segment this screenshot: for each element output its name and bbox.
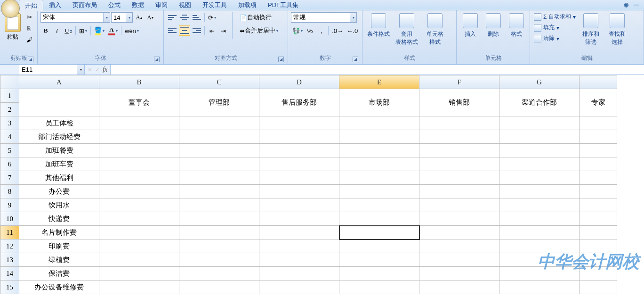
wrap-text-button[interactable]: 📄 自动换行 xyxy=(236,12,275,23)
cell-extra-10[interactable] xyxy=(580,212,617,226)
cell-G12[interactable] xyxy=(499,239,580,253)
decrease-indent-icon[interactable]: ⇤ xyxy=(207,25,217,36)
name-box[interactable]: E11▾ xyxy=(19,65,85,74)
cell-E8[interactable] xyxy=(339,185,419,198)
cell-E12[interactable] xyxy=(339,239,419,253)
cell-E1[interactable]: 市场部 xyxy=(339,89,419,116)
increase-indent-icon[interactable]: ⇥ xyxy=(218,25,228,36)
cell-A9[interactable]: 饮用水 xyxy=(19,198,99,212)
cell-extra-6[interactable] xyxy=(580,157,617,171)
clipboard-dialog-launcher[interactable]: ◢ xyxy=(28,57,33,62)
cell-F3[interactable] xyxy=(419,116,499,130)
sort-filter-button[interactable]: 排序和 筛选 xyxy=(579,12,603,47)
merge-center-button[interactable]: ⬌ 合并后居中 xyxy=(236,25,282,36)
col-header-G[interactable]: G xyxy=(499,75,580,89)
row-header-8[interactable]: 8 xyxy=(0,185,19,198)
align-left-icon[interactable] xyxy=(167,25,178,36)
cell-F11[interactable] xyxy=(419,226,499,239)
cell-D12[interactable] xyxy=(259,239,339,253)
align-bottom-icon[interactable] xyxy=(191,12,202,23)
col-header-A[interactable]: A xyxy=(19,75,99,89)
cell-E6[interactable] xyxy=(339,157,419,171)
cell-G7[interactable] xyxy=(499,171,580,185)
cell-B4[interactable] xyxy=(99,130,179,144)
row-header-11[interactable]: 11 xyxy=(0,226,19,239)
row-header-10[interactable]: 10 xyxy=(0,212,19,226)
cell-E11[interactable] xyxy=(339,226,419,239)
row-header-14[interactable]: 14 xyxy=(0,267,19,280)
row-header-2[interactable]: 2 xyxy=(0,103,19,116)
row-header-15[interactable]: 15 xyxy=(0,280,19,294)
cell-F14[interactable] xyxy=(419,267,499,280)
minimize-ribbon-icon[interactable]: — xyxy=(633,1,640,8)
cell-D13[interactable] xyxy=(259,253,339,267)
cell-E9[interactable] xyxy=(339,198,419,212)
cell-F4[interactable] xyxy=(419,130,499,144)
cell-extra-8[interactable] xyxy=(580,185,617,198)
cell-B12[interactable] xyxy=(99,239,179,253)
cell-D3[interactable] xyxy=(259,116,339,130)
tab-开始[interactable]: 开始 xyxy=(19,0,43,11)
row-header-5[interactable]: 5 xyxy=(0,144,19,157)
cell-extra-14[interactable] xyxy=(580,267,617,280)
copy-icon[interactable]: ⎘ xyxy=(24,24,34,33)
cell-C10[interactable] xyxy=(179,212,259,226)
cell-A8[interactable]: 办公费 xyxy=(19,185,99,198)
cell-B7[interactable] xyxy=(99,171,179,185)
cell-G5[interactable] xyxy=(499,144,580,157)
font-size-combo[interactable]: 14▾ xyxy=(111,12,133,23)
cell-B11[interactable] xyxy=(99,226,179,239)
cell-styles-button[interactable]: 单元格 样式 xyxy=(422,12,448,47)
cell-A10[interactable]: 快递费 xyxy=(19,212,99,226)
row-header-1[interactable]: 1 xyxy=(0,89,19,103)
align-top-icon[interactable] xyxy=(167,12,178,23)
cell-D8[interactable] xyxy=(259,185,339,198)
cell-C12[interactable] xyxy=(179,239,259,253)
cell-D9[interactable] xyxy=(259,198,339,212)
cell-G9[interactable] xyxy=(499,198,580,212)
cell-F1[interactable]: 销售部 xyxy=(419,89,499,116)
row-header-9[interactable]: 9 xyxy=(0,198,19,212)
decrease-decimal-icon[interactable]: ←.0 xyxy=(346,25,359,36)
format-as-table-button[interactable]: 套用 表格格式 xyxy=(394,12,420,47)
align-middle-icon[interactable] xyxy=(179,12,190,23)
tab-视图[interactable]: 视图 xyxy=(173,0,197,11)
cell-A7[interactable]: 其他福利 xyxy=(19,171,99,185)
formula-input[interactable] xyxy=(110,65,644,74)
cell-E7[interactable] xyxy=(339,171,419,185)
cell-G4[interactable] xyxy=(499,130,580,144)
cancel-formula-icon[interactable]: ✕ xyxy=(88,66,92,73)
accounting-format-icon[interactable]: 💱 xyxy=(291,25,304,36)
cell-C3[interactable] xyxy=(179,116,259,130)
col-header-F[interactable]: F xyxy=(419,75,499,89)
cell-F9[interactable] xyxy=(419,198,499,212)
cell-B6[interactable] xyxy=(99,157,179,171)
spreadsheet-grid[interactable]: ABCDEFG1董事会管理部售后服务部市场部销售部渠道合作部专家23员工体检4部… xyxy=(0,75,617,294)
align-center-icon[interactable] xyxy=(179,25,190,36)
cell-C4[interactable] xyxy=(179,130,259,144)
tab-加载项[interactable]: 加载项 xyxy=(233,0,262,11)
cell-extra-15[interactable] xyxy=(580,280,617,294)
tab-数据[interactable]: 数据 xyxy=(126,0,150,11)
cell-E10[interactable] xyxy=(339,212,419,226)
col-header-E[interactable]: E xyxy=(339,75,419,89)
cell-C7[interactable] xyxy=(179,171,259,185)
font-dialog-launcher[interactable]: ◢ xyxy=(154,57,160,62)
cell-B1[interactable]: 董事会 xyxy=(99,89,179,116)
autosum-button[interactable]: Σ 自动求和 ▾ xyxy=(533,12,577,21)
borders-button[interactable]: ⊞ xyxy=(78,25,89,36)
fx-icon[interactable]: fx xyxy=(103,66,107,74)
cell-B8[interactable] xyxy=(99,185,179,198)
row-header-12[interactable]: 12 xyxy=(0,239,19,253)
cell-G15[interactable] xyxy=(499,280,580,294)
cell-E14[interactable] xyxy=(339,267,419,280)
cell-D10[interactable] xyxy=(259,212,339,226)
cell-C14[interactable] xyxy=(179,267,259,280)
cell-F15[interactable] xyxy=(419,280,499,294)
cell-F6[interactable] xyxy=(419,157,499,171)
cell-F13[interactable] xyxy=(419,253,499,267)
cell-A15[interactable]: 办公设备维修费 xyxy=(19,280,99,294)
row-header-4[interactable]: 4 xyxy=(0,130,19,144)
orientation-icon[interactable]: ⟳ xyxy=(207,12,217,23)
cell-G13[interactable] xyxy=(499,253,580,267)
